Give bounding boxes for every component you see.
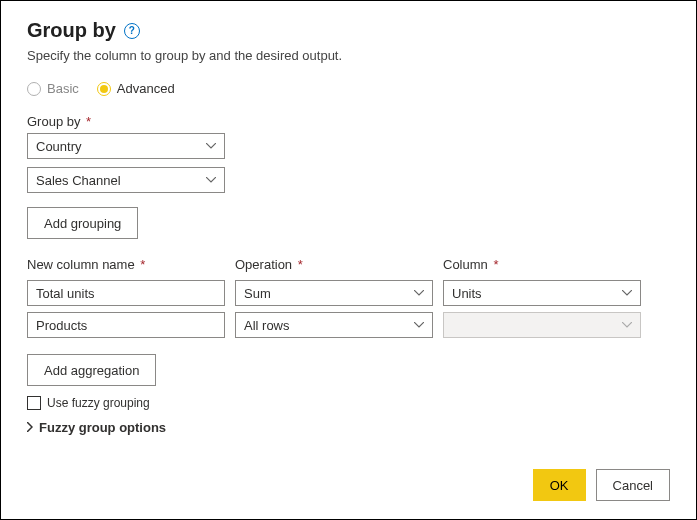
group-by-dialog: Group by ? Specify the column to group b… (0, 0, 697, 520)
operation-select[interactable]: Sum (235, 280, 433, 306)
new-column-name-input[interactable]: Products (27, 312, 225, 338)
groupby-select-0[interactable]: Country (27, 133, 225, 159)
chevron-down-icon (206, 177, 216, 183)
fuzzy-grouping-label: Use fuzzy grouping (47, 396, 150, 410)
operation-label: Operation * (235, 257, 433, 272)
radio-icon (97, 82, 111, 96)
add-grouping-button[interactable]: Add grouping (27, 207, 138, 239)
mode-basic-radio[interactable]: Basic (27, 81, 79, 96)
new-column-name-input[interactable]: Total units (27, 280, 225, 306)
groupby-select-1[interactable]: Sales Channel (27, 167, 225, 193)
new-column-name-label: New column name * (27, 257, 225, 272)
column-select-disabled (443, 312, 641, 338)
dialog-subtitle: Specify the column to group by and the d… (27, 48, 670, 63)
column-label: Column * (443, 257, 641, 272)
mode-radio-group: Basic Advanced (27, 81, 670, 96)
chevron-down-icon (622, 290, 632, 296)
mode-advanced-label: Advanced (117, 81, 175, 96)
mode-basic-label: Basic (47, 81, 79, 96)
chevron-down-icon (414, 290, 424, 296)
column-select[interactable]: Units (443, 280, 641, 306)
groupby-label: Group by * (27, 114, 670, 129)
chevron-down-icon (414, 322, 424, 328)
groupby-value-0: Country (36, 139, 82, 154)
aggregation-row: Total units Sum Units (27, 280, 670, 306)
ok-button[interactable]: OK (533, 469, 586, 501)
help-icon[interactable]: ? (124, 23, 140, 39)
dialog-footer: OK Cancel (533, 469, 670, 501)
chevron-right-icon (27, 420, 33, 435)
chevron-down-icon (206, 143, 216, 149)
dialog-title: Group by (27, 19, 116, 42)
radio-icon (27, 82, 41, 96)
groupby-value-1: Sales Channel (36, 173, 121, 188)
fuzzy-options-label: Fuzzy group options (39, 420, 166, 435)
mode-advanced-radio[interactable]: Advanced (97, 81, 175, 96)
operation-select[interactable]: All rows (235, 312, 433, 338)
fuzzy-grouping-checkbox[interactable] (27, 396, 41, 410)
add-aggregation-button[interactable]: Add aggregation (27, 354, 156, 386)
cancel-button[interactable]: Cancel (596, 469, 670, 501)
fuzzy-options-toggle[interactable]: Fuzzy group options (27, 420, 670, 435)
aggregation-row: Products All rows (27, 312, 670, 338)
chevron-down-icon (622, 322, 632, 328)
